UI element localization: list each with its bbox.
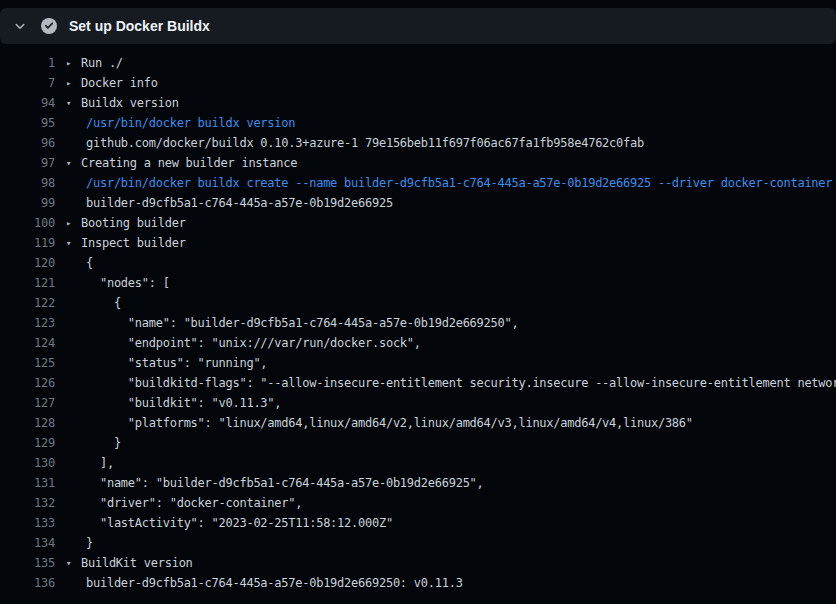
- line-number-link[interactable]: 131: [0, 473, 55, 493]
- line-number-link[interactable]: 132: [0, 493, 55, 513]
- log-line: 120{: [0, 253, 836, 273]
- line-number-link[interactable]: 99: [0, 193, 55, 213]
- group-title[interactable]: Buildx version: [81, 93, 179, 113]
- group-title[interactable]: BuildKit version: [81, 553, 193, 573]
- line-number-link[interactable]: 136: [0, 573, 55, 593]
- line-number-link[interactable]: 7: [0, 73, 55, 93]
- log-line: 128 "platforms": "linux/amd64,linux/amd6…: [0, 413, 836, 433]
- line-number-link[interactable]: 95: [0, 113, 55, 133]
- log-line: 132 "driver": "docker-container",: [0, 493, 836, 513]
- group-title[interactable]: Booting builder: [81, 213, 186, 233]
- log-line: 97▾Creating a new builder instance: [0, 153, 836, 173]
- group-title[interactable]: Run ./: [81, 53, 123, 73]
- log-line: 124 "endpoint": "unix:///var/run/docker.…: [0, 333, 836, 353]
- line-number-link[interactable]: 130: [0, 453, 55, 473]
- log-line: 122 {: [0, 293, 836, 313]
- line-number-link[interactable]: 127: [0, 393, 55, 413]
- log-line: 135▾BuildKit version: [0, 553, 836, 573]
- line-number-link[interactable]: 100: [0, 213, 55, 233]
- log-text: "lastActivity": "2023-02-25T11:58:12.000…: [81, 513, 393, 533]
- line-number-link[interactable]: 135: [0, 553, 55, 573]
- log-line: 119▾Inspect builder: [0, 233, 836, 253]
- marker-spacer: [55, 413, 81, 433]
- log-line: 94▾Buildx version: [0, 93, 836, 113]
- marker-spacer: [55, 373, 81, 393]
- log-line: 131 "name": "builder-d9cfb5a1-c764-445a-…: [0, 473, 836, 493]
- chevron-down-icon[interactable]: ▾: [55, 153, 81, 173]
- log-line: 96github.com/docker/buildx 0.10.3+azure-…: [0, 133, 836, 153]
- group-title[interactable]: Creating a new builder instance: [81, 153, 297, 173]
- log-line: 123 "name": "builder-d9cfb5a1-c764-445a-…: [0, 313, 836, 333]
- marker-spacer: [55, 513, 81, 533]
- chevron-down-icon[interactable]: ▾: [55, 93, 81, 113]
- log-container: 1▸Run ./7▸Docker info94▾Buildx version95…: [0, 44, 836, 593]
- line-number-link[interactable]: 126: [0, 373, 55, 393]
- step-header[interactable]: Set up Docker Buildx: [0, 8, 836, 44]
- chevron-down-icon[interactable]: ▾: [55, 553, 81, 573]
- chevron-down-icon[interactable]: ▾: [55, 233, 81, 253]
- line-number-link[interactable]: 123: [0, 313, 55, 333]
- log-line: 130 ],: [0, 453, 836, 473]
- log-line: 1▸Run ./: [0, 53, 836, 73]
- marker-spacer: [55, 533, 81, 553]
- marker-spacer: [55, 473, 81, 493]
- line-number-link[interactable]: 122: [0, 293, 55, 313]
- log-line: 129 }: [0, 433, 836, 453]
- chevron-right-icon[interactable]: ▸: [55, 53, 81, 73]
- line-number-link[interactable]: 121: [0, 273, 55, 293]
- log-text: "nodes": [: [81, 273, 170, 293]
- log-line: 100▸Booting builder: [0, 213, 836, 233]
- log-line: 136builder-d9cfb5a1-c764-445a-a57e-0b19d…: [0, 573, 836, 593]
- line-number-link[interactable]: 96: [0, 133, 55, 153]
- log-text: "driver": "docker-container",: [81, 493, 302, 513]
- marker-spacer: [55, 133, 81, 153]
- log-text: "status": "running",: [81, 353, 267, 373]
- line-number-link[interactable]: 94: [0, 93, 55, 113]
- command-text: /usr/bin/docker buildx version: [81, 113, 295, 133]
- marker-spacer: [55, 453, 81, 473]
- log-text: builder-d9cfb5a1-c764-445a-a57e-0b19d2e6…: [81, 193, 393, 213]
- log-line: 126 "buildkitd-flags": "--allow-insecure…: [0, 373, 836, 393]
- log-text: {: [81, 253, 93, 273]
- log-text: "platforms": "linux/amd64,linux/amd64/v2…: [81, 413, 693, 433]
- log-line: 127 "buildkit": "v0.11.3",: [0, 393, 836, 413]
- line-number-link[interactable]: 133: [0, 513, 55, 533]
- marker-spacer: [55, 333, 81, 353]
- check-circle-icon: [41, 18, 57, 34]
- log-text: }: [81, 533, 93, 553]
- group-title[interactable]: Docker info: [81, 73, 158, 93]
- line-number-link[interactable]: 119: [0, 233, 55, 253]
- log-line: 133 "lastActivity": "2023-02-25T11:58:12…: [0, 513, 836, 533]
- log-text: ],: [81, 453, 114, 473]
- marker-spacer: [55, 393, 81, 413]
- log-text: "name": "builder-d9cfb5a1-c764-445a-a57e…: [81, 473, 484, 493]
- marker-spacer: [55, 273, 81, 293]
- marker-spacer: [55, 573, 81, 593]
- line-number-link[interactable]: 98: [0, 173, 55, 193]
- marker-spacer: [55, 293, 81, 313]
- marker-spacer: [55, 193, 81, 213]
- log-text: "buildkitd-flags": "--allow-insecure-ent…: [81, 373, 836, 393]
- command-text: /usr/bin/docker buildx create --name bui…: [81, 173, 832, 193]
- log-text: github.com/docker/buildx 0.10.3+azure-1 …: [81, 133, 644, 153]
- chevron-right-icon[interactable]: ▸: [55, 73, 81, 93]
- line-number-link[interactable]: 134: [0, 533, 55, 553]
- line-number-link[interactable]: 125: [0, 353, 55, 373]
- marker-spacer: [55, 113, 81, 133]
- log-text: {: [81, 293, 121, 313]
- log-line: 134}: [0, 533, 836, 553]
- line-number-link[interactable]: 1: [0, 53, 55, 73]
- line-number-link[interactable]: 120: [0, 253, 55, 273]
- marker-spacer: [55, 253, 81, 273]
- line-number-link[interactable]: 97: [0, 153, 55, 173]
- marker-spacer: [55, 433, 81, 453]
- marker-spacer: [55, 353, 81, 373]
- line-number-link[interactable]: 129: [0, 433, 55, 453]
- chevron-down-icon[interactable]: [14, 20, 26, 32]
- group-title[interactable]: Inspect builder: [81, 233, 186, 253]
- line-number-link[interactable]: 124: [0, 333, 55, 353]
- marker-spacer: [55, 493, 81, 513]
- log-line: 7▸Docker info: [0, 73, 836, 93]
- line-number-link[interactable]: 128: [0, 413, 55, 433]
- chevron-right-icon[interactable]: ▸: [55, 213, 81, 233]
